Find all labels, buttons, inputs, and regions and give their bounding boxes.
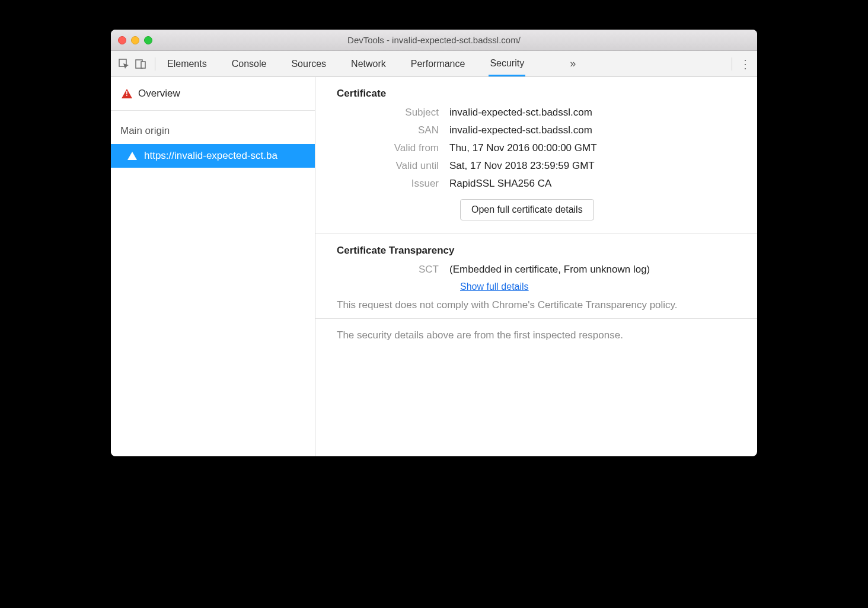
tab-sources[interactable]: Sources	[290, 53, 327, 75]
warning-triangle-icon	[127, 152, 137, 160]
row-issuer: Issuer RapidSSL SHA256 CA	[337, 178, 736, 190]
devtools-toolbar: Elements Console Sources Network Perform…	[111, 51, 757, 77]
ct-heading: Certificate Transparency	[337, 245, 736, 257]
row-subject: Subject invalid-expected-sct.badssl.com	[337, 107, 736, 119]
sidebar-origin-item[interactable]: https://invalid-expected-sct.ba	[111, 144, 315, 168]
panel-body: Overview Main origin https://invalid-exp…	[111, 77, 757, 456]
label-san: SAN	[337, 124, 449, 136]
tab-network[interactable]: Network	[350, 53, 387, 75]
row-sct: SCT (Embedded in certificate, From unkno…	[337, 264, 736, 276]
device-toggle-icon[interactable]	[132, 56, 149, 72]
separator	[732, 57, 732, 71]
tab-elements[interactable]: Elements	[166, 53, 208, 75]
value-sct: (Embedded in certificate, From unknown l…	[449, 264, 650, 276]
ct-compliance-note: This request does not comply with Chrome…	[337, 298, 736, 312]
label-subject: Subject	[337, 107, 449, 119]
footer-note: The security details above are from the …	[315, 319, 757, 356]
warning-triangle-icon	[122, 89, 132, 98]
tab-performance[interactable]: Performance	[410, 53, 467, 75]
value-issuer: RapidSSL SHA256 CA	[449, 178, 551, 190]
value-san: invalid-expected-sct.badssl.com	[449, 124, 592, 136]
certificate-heading: Certificate	[337, 88, 736, 100]
origin-url: https://invalid-expected-sct.ba	[144, 150, 277, 162]
row-san: SAN invalid-expected-sct.badssl.com	[337, 124, 736, 136]
value-subject: invalid-expected-sct.badssl.com	[449, 107, 592, 119]
label-valid-until: Valid until	[337, 160, 449, 172]
label-valid-from: Valid from	[337, 142, 449, 154]
security-details: Certificate Subject invalid-expected-sct…	[315, 77, 757, 456]
ct-section: Certificate Transparency SCT (Embedded i…	[315, 234, 757, 319]
label-issuer: Issuer	[337, 178, 449, 190]
tab-security[interactable]: Security	[489, 52, 525, 76]
row-valid-until: Valid until Sat, 17 Nov 2018 23:59:59 GM…	[337, 160, 736, 172]
panel-tabs: Elements Console Sources Network Perform…	[166, 52, 580, 75]
titlebar: DevTools - invalid-expected-sct.badssl.c…	[111, 30, 757, 51]
show-full-details-link[interactable]: Show full details	[460, 281, 529, 292]
tabs-overflow-button[interactable]: »	[566, 57, 580, 70]
value-valid-until: Sat, 17 Nov 2018 23:59:59 GMT	[449, 160, 595, 172]
open-certificate-button[interactable]: Open full certificate details	[460, 199, 594, 220]
settings-menu-icon[interactable]: ⋮	[738, 57, 752, 71]
sidebar-overview[interactable]: Overview	[111, 77, 315, 111]
certificate-section: Certificate Subject invalid-expected-sct…	[315, 77, 757, 234]
overview-label: Overview	[138, 88, 180, 100]
svg-rect-2	[141, 62, 145, 68]
row-valid-from: Valid from Thu, 17 Nov 2016 00:00:00 GMT	[337, 142, 736, 154]
security-sidebar: Overview Main origin https://invalid-exp…	[111, 77, 315, 456]
value-valid-from: Thu, 17 Nov 2016 00:00:00 GMT	[449, 142, 597, 154]
window-title: DevTools - invalid-expected-sct.badssl.c…	[111, 35, 757, 45]
tab-console[interactable]: Console	[231, 53, 268, 75]
separator	[155, 57, 155, 71]
inspect-element-icon[interactable]	[116, 56, 132, 72]
main-origin-heading: Main origin	[111, 111, 315, 144]
devtools-window: DevTools - invalid-expected-sct.badssl.c…	[111, 30, 757, 456]
label-sct: SCT	[337, 264, 449, 276]
